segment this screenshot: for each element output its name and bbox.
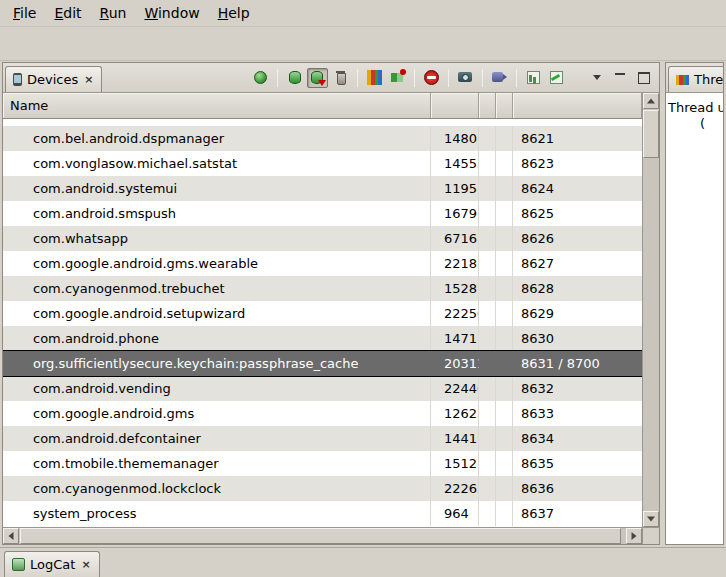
process-pid: 1512	[431, 451, 479, 476]
process-row[interactable]: com.android.vending224408632	[3, 376, 642, 401]
process-row[interactable]: com.bel.android.dspmanager14808621	[3, 126, 642, 151]
process-port: 8621	[513, 126, 642, 151]
process-port: 8628	[513, 276, 642, 301]
process-row[interactable]: com.vonglasow.michael.satstat145538623	[3, 151, 642, 176]
process-row[interactable]: com.android.smspush16798625	[3, 201, 642, 226]
column-header-blank-4[interactable]	[513, 93, 642, 118]
view-menu-icon	[590, 70, 605, 85]
empty-cell	[479, 426, 496, 451]
devices-panel-header: Devices ×	[3, 63, 659, 93]
view-menu-icon[interactable]	[587, 68, 608, 88]
process-row[interactable]: com.android.systemui11958624	[3, 176, 642, 201]
system-trace-icon	[526, 70, 541, 85]
devices-icon	[13, 73, 22, 86]
debug-process-icon	[253, 70, 268, 85]
process-pid: 1528	[431, 276, 479, 301]
capture-video-icon[interactable]	[489, 68, 510, 88]
update-threads-icon	[367, 70, 382, 85]
empty-cell	[479, 326, 496, 351]
process-row[interactable]: system_process9648637	[3, 501, 642, 526]
system-trace-icon[interactable]	[523, 68, 544, 88]
scroll-up-button[interactable]	[643, 93, 659, 109]
process-row[interactable]: com.tmobile.thememanager15128635	[3, 451, 642, 476]
empty-cell	[496, 151, 513, 176]
dump-hprof-icon	[310, 70, 325, 85]
vertical-scrollbar-thumb[interactable]	[643, 110, 659, 158]
horizontal-scrollbar-thumb[interactable]	[20, 528, 621, 544]
menu-edit[interactable]: Edit	[45, 1, 90, 26]
dump-hprof-icon[interactable]	[307, 68, 328, 88]
empty-cell	[479, 276, 496, 301]
tab-logcat[interactable]: LogCat ×	[4, 551, 100, 577]
column-header-blank-3[interactable]	[496, 93, 513, 118]
empty-cell	[496, 201, 513, 226]
minimize-icon[interactable]	[610, 68, 631, 88]
process-pid: 1195	[431, 176, 479, 201]
scroll-right-button[interactable]	[626, 528, 642, 544]
cause-gc-icon[interactable]	[330, 68, 351, 88]
process-row[interactable]: com.google.android.gms126238633	[3, 401, 642, 426]
process-port: 8626	[513, 226, 642, 251]
close-icon[interactable]: ×	[83, 74, 94, 85]
tab-devices[interactable]: Devices ×	[5, 66, 102, 92]
process-pid: 1471	[431, 326, 479, 351]
menu-file[interactable]: File	[4, 1, 45, 26]
process-port: 8636	[513, 476, 642, 501]
main-area: Devices × Name com.bel.android.dspmanage…	[0, 61, 726, 547]
process-row[interactable]: com.android.defcontainer144118634	[3, 426, 642, 451]
table-rows: com.bel.android.dspmanager14808621com.vo…	[3, 126, 642, 526]
method-profiling-icon	[390, 70, 405, 85]
main-toolbar	[0, 27, 726, 61]
menu-window[interactable]: Window	[135, 1, 208, 26]
debug-process-icon[interactable]	[250, 68, 271, 88]
menu-run[interactable]: Run	[91, 1, 136, 26]
scroll-left-button[interactable]	[3, 528, 19, 544]
process-row[interactable]: com.android.phone14718630	[3, 326, 642, 351]
stop-process-icon[interactable]	[421, 68, 442, 88]
process-row[interactable]: com.google.android.gms.wearable221858627	[3, 251, 642, 276]
empty-cell	[479, 176, 496, 201]
tab-threads[interactable]: Threads	[668, 66, 723, 92]
scroll-down-button[interactable]	[643, 511, 659, 527]
method-profiling-icon[interactable]	[387, 68, 408, 88]
minimize-icon	[613, 70, 628, 85]
process-port: 8633	[513, 401, 642, 426]
toolbar-separator	[414, 69, 415, 87]
toolbar-separator	[482, 69, 483, 87]
process-pid: 22250	[431, 301, 479, 326]
close-icon[interactable]: ×	[80, 559, 91, 570]
empty-cell	[479, 401, 496, 426]
empty-cell	[496, 276, 513, 301]
process-row[interactable]: com.whatsapp67168626	[3, 226, 642, 251]
process-row[interactable]: com.google.android.setupwizard222508629	[3, 301, 642, 326]
process-pid: 14411	[431, 426, 479, 451]
process-port: 8625	[513, 201, 642, 226]
opengl-trace-icon	[549, 70, 564, 85]
menu-help[interactable]: Help	[209, 1, 259, 26]
process-port: 8623	[513, 151, 642, 176]
empty-cell	[479, 226, 496, 251]
process-row-selected[interactable]: org.sufficientlysecure.keychain:passphra…	[3, 351, 642, 376]
vertical-scrollbar[interactable]	[642, 93, 659, 527]
maximize-icon[interactable]	[633, 68, 654, 88]
screen-capture-icon[interactable]	[455, 68, 476, 88]
threads-panel: Threads Thread up (	[665, 62, 724, 545]
update-threads-icon[interactable]	[364, 68, 385, 88]
process-row[interactable]: com.cyanogenmod.trebuchet15288628	[3, 276, 642, 301]
process-port: 8637	[513, 501, 642, 526]
process-name: com.android.smspush	[3, 201, 431, 226]
column-header-blank-1[interactable]	[431, 93, 479, 118]
update-heap-icon[interactable]	[284, 68, 305, 88]
column-header-name[interactable]: Name	[3, 93, 431, 118]
column-header-blank-2[interactable]	[479, 93, 496, 118]
cause-gc-icon	[333, 70, 348, 85]
process-row[interactable]: com.cyanogenmod.lockclock222658636	[3, 476, 642, 501]
table-rows-viewport: com.bel.android.dspmanager14808621com.vo…	[3, 119, 642, 527]
process-name: com.cyanogenmod.trebuchet	[3, 276, 431, 301]
process-name: org.sufficientlysecure.keychain:passphra…	[3, 351, 431, 376]
horizontal-scrollbar[interactable]	[3, 527, 642, 544]
menubar: FileEditRunWindowHelp	[0, 0, 726, 27]
process-name: com.bel.android.dspmanager	[3, 126, 431, 151]
process-name: com.android.phone	[3, 326, 431, 351]
opengl-trace-icon[interactable]	[546, 68, 567, 88]
